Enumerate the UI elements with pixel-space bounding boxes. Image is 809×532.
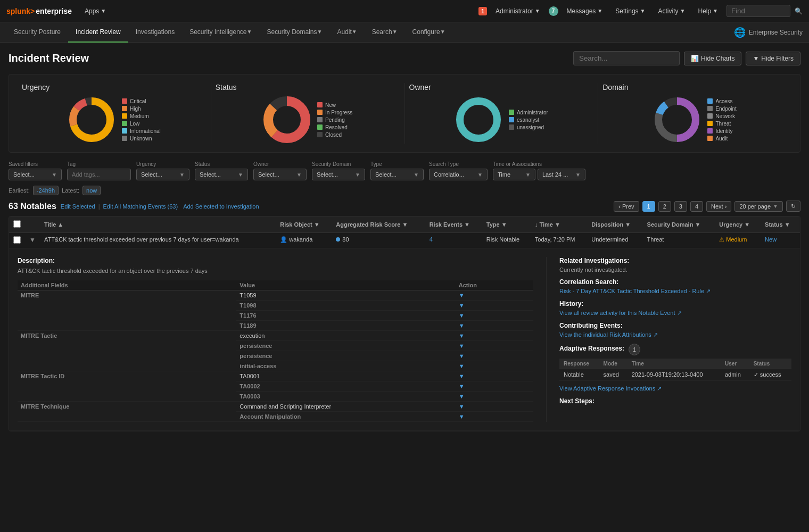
mitre-tactic-id-value-1: TA0001 [236,371,455,381]
owner-chart-inner: Administrator esanalyst unassigned [455,96,548,144]
settings-menu-button[interactable]: Settings ▼ [611,5,649,17]
mitre-tactic-id-action-3[interactable]: ▼ [456,392,533,402]
nav-configure[interactable]: Configure ▼ [405,22,453,43]
hide-filters-button[interactable]: ▼ Hide Filters [746,52,800,65]
latest-badge[interactable]: now [82,186,101,195]
apps-menu-button[interactable]: Apps ▼ [80,5,110,17]
row-security-domain-cell: Threat [643,233,715,248]
correlation-search-link[interactable]: Risk - 7 Day ATT&CK Tactic Threshold Exc… [559,288,711,294]
activity-menu-button[interactable]: Activity ▼ [654,5,689,17]
nav-investigations[interactable]: Investigations [128,22,182,43]
urgency-filter-chevron-icon: ▼ [179,172,185,178]
mitre-tactic-action-4[interactable]: ▼ [456,361,533,371]
page-4-button[interactable]: 4 [690,201,703,212]
nav-security-posture[interactable]: Security Posture [6,22,68,43]
nav-search[interactable]: Search ▼ [365,22,405,43]
administrator-menu-button[interactable]: Administrator ▼ [491,5,544,17]
urgency-header[interactable]: Urgency ▼ [715,217,761,233]
refresh-icon: ↻ [791,203,796,209]
risk-events-header[interactable]: Risk Events ▼ [425,217,482,233]
time-header[interactable]: ↓ Time ▼ [531,217,587,233]
help-chevron-icon: ▼ [713,8,718,14]
find-input[interactable] [727,5,790,17]
edit-all-link[interactable]: Edit All Matching Events (63) [103,203,178,210]
saved-filters-select[interactable]: Select... ▼ [9,169,62,180]
select-all-checkbox[interactable] [13,220,21,228]
help-menu-button[interactable]: Help ▼ [694,5,722,17]
row-expand-button[interactable]: ▼ [29,236,36,244]
search-type-filter-label: Search Type [429,161,488,167]
saved-filters-group: Saved filters Select... ▼ [9,161,62,180]
add-to-investigation-link[interactable]: Add Selected to Investigation [183,203,259,210]
type-header[interactable]: Type ▼ [482,217,531,233]
sec-nav-right: 🌐 Enterprise Security [734,27,803,38]
notables-title: 63 Notables [9,202,56,211]
risk-score-header[interactable]: Aggregated Risk Score ▼ [332,217,425,233]
urgency-filter-select[interactable]: Select... ▼ [136,169,189,180]
sec-domains-chevron-icon: ▼ [317,29,322,35]
mitre-tactic-action-2[interactable]: ▼ [456,341,533,351]
earliest-badge[interactable]: -24h9h [33,186,59,195]
mitre-action-2[interactable]: ▼ [456,301,533,311]
response-table: Response Mode Time User Status [559,359,791,381]
globe-icon: 🌐 [734,27,746,38]
warning-icon: ⚠ [719,236,724,243]
status-filter-group: Status Select... ▼ [195,161,248,180]
disposition-header[interactable]: Disposition ▼ [587,217,642,233]
mitre-action-4[interactable]: ▼ [456,321,533,331]
nav-security-intelligence[interactable]: Security Intelligence ▼ [182,22,259,43]
mitre-action-3[interactable]: ▼ [456,311,533,321]
mitre-technique-action-1[interactable]: ▼ [456,402,533,412]
security-domain-filter-select[interactable]: Select... ▼ [312,169,365,180]
nav-incident-review[interactable]: Incident Review [68,22,128,43]
type-filter-select[interactable]: Select... ▼ [370,169,424,180]
tag-input[interactable] [67,169,131,180]
page-3-button[interactable]: 3 [674,201,687,212]
hide-charts-button[interactable]: 📊 Hide Charts [684,52,741,65]
domain-legend: Access Endpoint Network Threat Identity … [707,98,736,142]
view-invocations-link[interactable]: View Adaptive Response Invocations ↗ [559,385,662,392]
contributing-events-link[interactable]: View the individual Risk Attributions ↗ [559,331,658,338]
bar-chart-icon: 📊 [691,55,699,62]
mitre-tactic-id-value-3: TA0003 [236,392,455,402]
title-header[interactable]: Title ▲ [40,217,276,233]
mitre-tactic-id-action-2[interactable]: ▼ [456,381,533,392]
next-button[interactable]: Next › [706,201,731,212]
legend-low: Low [122,121,161,127]
per-page-select[interactable]: 20 per page ▼ [734,201,783,212]
page-2-button[interactable]: 2 [658,201,671,212]
time-select[interactable]: Time ▼ [493,169,535,180]
status-filter-select[interactable]: Select... ▼ [195,169,248,180]
row-checkbox[interactable] [13,236,21,244]
nav-security-domains[interactable]: Security Domains ▼ [259,22,329,43]
status-header[interactable]: Status ▼ [761,217,800,233]
owner-filter-label: Owner [253,161,307,167]
refresh-button[interactable]: ↻ [786,201,800,212]
mitre-technique-action-2[interactable]: ▼ [456,412,533,422]
legend-in-progress: In Progress [317,110,352,115]
messages-menu-button[interactable]: Messages ▼ [563,5,607,17]
history-link[interactable]: View all review activity for this Notabl… [559,310,682,316]
last-24-select[interactable]: Last 24 ... ▼ [538,169,585,180]
owner-filter-select[interactable]: Select... ▼ [253,169,307,180]
related-investigations-text: Currently not investigated. [559,267,791,273]
mitre-tactic-id-action-1[interactable]: ▼ [456,371,533,381]
risk-object-header[interactable]: Risk Object ▼ [276,217,332,233]
owner-legend: Administrator esanalyst unassigned [509,110,548,130]
security-domain-header[interactable]: Security Domain ▼ [643,217,715,233]
nav-audit[interactable]: Audit ▼ [329,22,364,43]
detail-cell: Description: ATT&CK tactic threshold exc… [9,248,800,431]
main-search-input[interactable] [573,51,680,65]
mitre-tactic-action-3[interactable]: ▼ [456,351,533,361]
edit-selected-link[interactable]: Edit Selected [61,203,95,210]
mitre-tactic-action-1[interactable]: ▼ [456,331,533,341]
prev-button[interactable]: ‹ Prev [614,201,639,212]
mitre-action-1[interactable]: ▼ [456,290,533,301]
mitre-tactic-value-1: execution [236,331,455,341]
row-risk-events[interactable]: 4 [430,236,433,243]
search-type-filter-select[interactable]: Correlatio... ▼ [429,169,488,180]
svg-point-6 [268,101,306,138]
page-1-button[interactable]: 1 [642,201,655,212]
table-header-row: Title ▲ Risk Object ▼ Aggregated Risk Sc… [9,217,800,233]
notables-header: 63 Notables Edit Selected | Edit All Mat… [9,201,800,212]
